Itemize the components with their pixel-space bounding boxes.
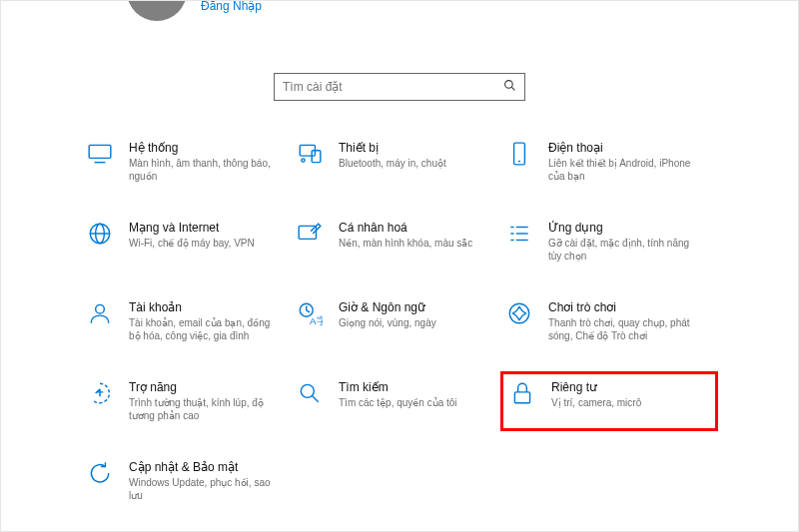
svg-rect-25 (514, 392, 529, 403)
svg-rect-2 (89, 145, 111, 158)
svg-point-6 (302, 159, 305, 162)
search-icon (503, 78, 516, 96)
tile-apps[interactable]: Ứng dụng Gỡ cài đặt, mặc định, tính năng… (504, 221, 714, 263)
tile-title: Riêng tư (551, 380, 641, 394)
tile-devices[interactable]: Thiết bị Bluetooth, máy in, chuột (295, 141, 504, 183)
tile-ease-of-access[interactable]: Trợ năng Trình tường thuật, kính lúp, độ… (85, 380, 295, 422)
signin-link[interactable]: Đăng Nhập (201, 0, 262, 13)
tile-phone[interactable]: Điện thoại Liên kết thiết bị Android, iP… (504, 141, 714, 183)
svg-point-23 (301, 384, 314, 397)
tile-personalization[interactable]: Cá nhân hoá Nền, màn hình khóa, màu sắc (295, 221, 504, 263)
tile-desc: Wi-Fi, chế độ máy bay, VPN (129, 237, 255, 250)
tile-title: Điện thoại (548, 141, 702, 155)
tile-desc: Màn hình, âm thanh, thông báo, nguồn (129, 157, 283, 183)
tile-privacy[interactable]: Riêng tư Vị trí, camera, micrô (500, 371, 718, 431)
tile-gaming[interactable]: Chơi trò chơi Thanh trò chơi, quay chụp,… (504, 300, 714, 342)
tile-desc: Thanh trò chơi, quay chụp, phát sóng, Ch… (548, 316, 702, 342)
tile-title: Cá nhân hoá (339, 221, 472, 235)
tile-desc: Gỡ cài đặt, mặc định, tính năng tùy chọn (548, 237, 702, 263)
svg-point-0 (505, 81, 513, 89)
apps-icon (504, 221, 534, 251)
tile-title: Ứng dụng (548, 221, 702, 235)
phone-icon (504, 141, 534, 171)
tile-desc: Bluetooth, máy in, chuột (339, 157, 446, 170)
ease-of-access-icon (85, 380, 115, 410)
tile-desc: Nền, màn hình khóa, màu sắc (339, 237, 472, 250)
svg-line-24 (313, 396, 319, 402)
gaming-icon (504, 300, 534, 330)
tile-desc: Windows Update, phục hồi, sao lưu (129, 476, 283, 502)
search-input[interactable] (283, 80, 503, 94)
tile-title: Cập nhật & Bảo mật (129, 460, 283, 474)
tile-title: Hệ thống (129, 141, 283, 155)
tile-title: Thiết bị (339, 141, 446, 155)
lock-icon (507, 380, 537, 410)
tile-system[interactable]: Hệ thống Màn hình, âm thanh, thông báo, … (85, 141, 295, 183)
accounts-icon (85, 300, 115, 330)
tile-desc: Giọng nói, vùng, ngày (339, 316, 436, 329)
tile-title: Chơi trò chơi (548, 300, 702, 314)
update-icon (85, 460, 115, 490)
avatar (127, 0, 187, 21)
search-tile-icon (295, 380, 325, 410)
time-language-icon: A字 (295, 300, 325, 330)
tile-title: Tìm kiếm (339, 380, 457, 394)
tile-desc: Tìm các tệp, quyền của tôi (339, 396, 457, 409)
globe-icon (85, 221, 115, 251)
tile-desc: Tài khoản, email của bạn, đồng bộ hóa, c… (129, 316, 283, 342)
display-icon (85, 141, 115, 171)
tile-time-language[interactable]: A字 Giờ & Ngôn ngữ Giọng nói, vùng, ngày (295, 300, 504, 342)
tile-title: Trợ năng (129, 380, 283, 394)
tile-title: Giờ & Ngôn ngữ (339, 300, 436, 314)
svg-text:A字: A字 (310, 315, 323, 326)
tile-update-security[interactable]: Cập nhật & Bảo mật Windows Update, phục … (85, 460, 295, 502)
personalize-icon (295, 221, 325, 251)
svg-line-1 (511, 87, 514, 90)
tile-search[interactable]: Tìm kiếm Tìm các tệp, quyền của tôi (295, 380, 504, 422)
tile-desc: Liên kết thiết bị Android, iPhone của bạ… (548, 157, 702, 183)
svg-point-19 (96, 304, 105, 313)
tile-title: Mạng và Internet (129, 221, 255, 235)
tile-title: Tài khoản (129, 300, 283, 314)
tile-network[interactable]: Mạng và Internet Wi-Fi, chế độ máy bay, … (85, 221, 295, 263)
tile-accounts[interactable]: Tài khoản Tài khoản, email của bạn, đồng… (85, 300, 295, 342)
tile-desc: Trình tường thuật, kính lúp, độ tương ph… (129, 396, 283, 422)
devices-icon (295, 141, 325, 171)
tile-desc: Vị trí, camera, micrô (551, 396, 641, 409)
search-box[interactable] (274, 73, 525, 101)
